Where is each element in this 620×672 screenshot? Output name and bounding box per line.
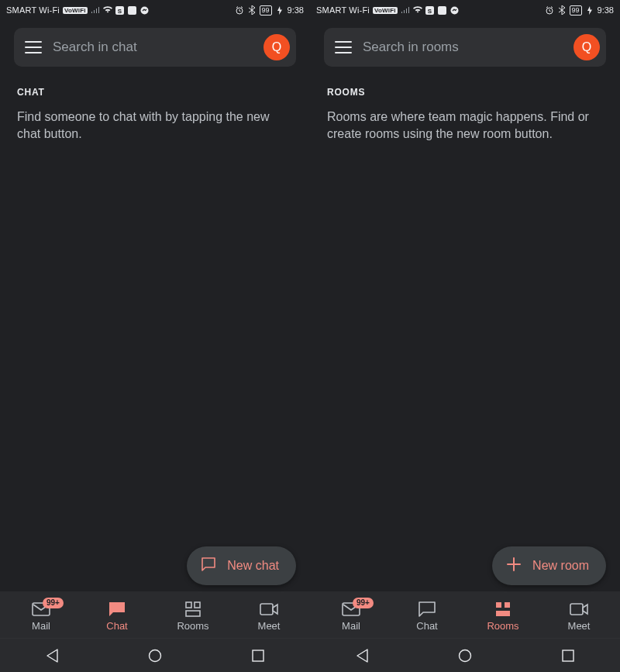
bluetooth-icon bbox=[557, 5, 567, 15]
svg-rect-2 bbox=[128, 6, 136, 15]
svg-point-15 bbox=[451, 6, 459, 14]
signal-icon bbox=[401, 5, 410, 15]
mail-badge: 99+ bbox=[43, 598, 64, 608]
plus-icon bbox=[506, 557, 522, 575]
alarm-icon bbox=[545, 5, 554, 15]
svg-rect-14 bbox=[438, 6, 446, 15]
svg-rect-21 bbox=[570, 604, 583, 615]
svg-rect-20 bbox=[496, 611, 510, 616]
app-icon-1: S bbox=[115, 5, 125, 15]
clock-time: 9:38 bbox=[598, 5, 614, 15]
signal-icon bbox=[91, 5, 100, 15]
bottom-nav: 99+ Mail Chat Rooms Meet bbox=[310, 591, 620, 638]
search-container: Q bbox=[310, 20, 620, 71]
nav-mail[interactable]: 99+ Mail bbox=[3, 601, 79, 632]
chat-icon bbox=[201, 557, 216, 575]
charging-icon bbox=[585, 5, 594, 15]
meet-icon bbox=[570, 601, 588, 618]
svg-rect-7 bbox=[195, 602, 200, 608]
system-nav bbox=[0, 638, 310, 672]
nav-label: Mail bbox=[32, 620, 50, 632]
app-icon-2 bbox=[128, 5, 137, 15]
avatar[interactable]: Q bbox=[574, 34, 600, 60]
nav-chat[interactable]: Chat bbox=[79, 601, 155, 632]
nav-label: Rooms bbox=[487, 620, 518, 632]
system-nav bbox=[310, 638, 620, 672]
battery-level: 99 bbox=[260, 5, 272, 16]
svg-text:S: S bbox=[428, 7, 432, 14]
svg-text:S: S bbox=[118, 7, 122, 14]
status-left: SMART Wi-Fi VoWiFi S bbox=[6, 5, 150, 15]
new-chat-button[interactable]: New chat bbox=[187, 546, 296, 585]
mail-badge: 99+ bbox=[353, 598, 374, 608]
wifi-icon bbox=[413, 5, 422, 15]
rooms-icon bbox=[184, 601, 202, 618]
fab-label: New chat bbox=[227, 559, 279, 573]
bottom-nav: 99+ Mail Chat Rooms Meet bbox=[0, 591, 310, 638]
chat-icon bbox=[418, 601, 436, 618]
back-button[interactable] bbox=[353, 647, 370, 664]
new-room-button[interactable]: New room bbox=[492, 546, 606, 585]
search-bar[interactable]: Q bbox=[14, 28, 296, 67]
charging-icon bbox=[275, 5, 284, 15]
home-button[interactable] bbox=[146, 647, 164, 664]
nav-label: Chat bbox=[106, 620, 127, 632]
content-area bbox=[0, 143, 310, 591]
wifi-icon bbox=[103, 5, 112, 15]
svg-rect-8 bbox=[186, 611, 200, 616]
screen-chat: SMART Wi-Fi VoWiFi S 99 9:38 Q CHAT Find… bbox=[0, 0, 310, 672]
svg-rect-6 bbox=[186, 602, 191, 608]
search-input[interactable] bbox=[53, 40, 253, 55]
recent-button[interactable] bbox=[560, 647, 577, 664]
rooms-icon bbox=[494, 601, 512, 618]
recent-button[interactable] bbox=[250, 647, 267, 664]
nav-rooms[interactable]: Rooms bbox=[155, 601, 231, 632]
svg-rect-18 bbox=[496, 602, 501, 608]
nav-label: Meet bbox=[568, 620, 591, 632]
menu-icon[interactable] bbox=[335, 41, 352, 53]
vowifi-badge: VoWiFi bbox=[373, 7, 398, 14]
status-right: 99 9:38 bbox=[545, 5, 614, 16]
nav-meet[interactable]: Meet bbox=[231, 601, 307, 632]
status-bar: SMART Wi-Fi VoWiFi S 99 9:38 bbox=[310, 0, 620, 20]
search-container: Q bbox=[0, 20, 310, 71]
screen-rooms: SMART Wi-Fi VoWiFi S 99 9:38 Q ROOMS Roo… bbox=[310, 0, 620, 672]
alarm-icon bbox=[235, 5, 244, 15]
nav-label: Chat bbox=[416, 620, 437, 632]
status-bar: SMART Wi-Fi VoWiFi S 99 9:38 bbox=[0, 0, 310, 20]
meet-icon bbox=[260, 601, 278, 618]
messenger-icon bbox=[450, 5, 460, 15]
svg-point-22 bbox=[459, 650, 470, 661]
home-button[interactable] bbox=[456, 647, 474, 664]
nav-label: Mail bbox=[342, 620, 360, 632]
empty-state-text: Rooms are where team magic happens. Find… bbox=[310, 102, 620, 143]
nav-meet[interactable]: Meet bbox=[541, 601, 617, 632]
fab-label: New room bbox=[532, 559, 589, 573]
nav-rooms[interactable]: Rooms bbox=[465, 601, 541, 632]
svg-rect-9 bbox=[260, 604, 273, 615]
status-left: SMART Wi-Fi VoWiFi S bbox=[316, 5, 460, 15]
nav-label: Rooms bbox=[177, 620, 208, 632]
status-right: 99 9:38 bbox=[235, 5, 304, 16]
section-label: CHAT bbox=[0, 71, 310, 102]
battery-level: 99 bbox=[570, 5, 582, 16]
nav-mail[interactable]: 99+ Mail bbox=[313, 601, 389, 632]
avatar[interactable]: Q bbox=[264, 34, 290, 60]
chat-icon bbox=[108, 601, 126, 618]
svg-point-3 bbox=[141, 6, 149, 14]
content-area bbox=[310, 143, 620, 591]
carrier-label: SMART Wi-Fi bbox=[6, 5, 60, 15]
carrier-label: SMART Wi-Fi bbox=[316, 5, 370, 15]
back-button[interactable] bbox=[43, 647, 60, 664]
vowifi-badge: VoWiFi bbox=[63, 7, 88, 14]
search-input[interactable] bbox=[363, 40, 563, 55]
search-bar[interactable]: Q bbox=[324, 28, 606, 67]
menu-icon[interactable] bbox=[25, 41, 42, 53]
clock-time: 9:38 bbox=[288, 5, 304, 15]
nav-chat[interactable]: Chat bbox=[389, 601, 465, 632]
app-icon-2 bbox=[438, 5, 447, 15]
empty-state-text: Find someone to chat with by tapping the… bbox=[0, 102, 310, 143]
bluetooth-icon bbox=[247, 5, 257, 15]
svg-rect-11 bbox=[253, 650, 264, 661]
app-icon-1: S bbox=[425, 5, 435, 15]
